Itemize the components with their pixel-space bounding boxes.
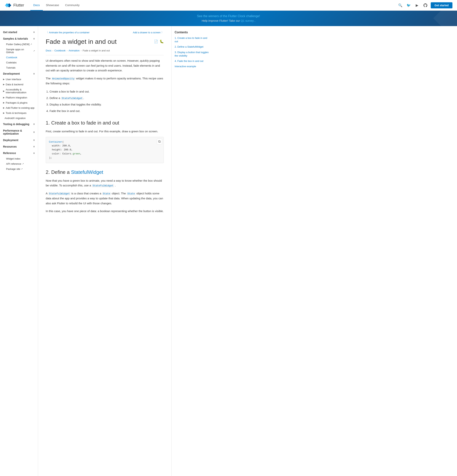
sidebar-testing-header[interactable]: Testing & debugging ∨	[0, 121, 38, 127]
sidebar-item-add-flutter[interactable]: ▶ Add Flutter to existing app	[0, 105, 38, 110]
get-started-button[interactable]: Get started	[431, 2, 452, 8]
header-nav: Docs Showcase Community	[30, 0, 397, 11]
sidebar-item-tutorials[interactable]: Tutorials	[0, 65, 38, 70]
chevron-down-icon: ∧	[33, 152, 35, 154]
arrow-right-icon: ▶	[3, 78, 5, 81]
sidebar-section-samples: Samples & tutorials ∧ Flutter Gallery [N…	[0, 36, 38, 70]
arrow-right-icon: ▶	[3, 112, 5, 114]
animated-opacity-note: The AnimatedOpacity widget makes it easy…	[46, 76, 164, 86]
youtube-icon[interactable]: ▶	[414, 2, 420, 8]
sidebar-item-user-interface[interactable]: ▶ User interface	[0, 77, 38, 82]
breadcrumb-current: Fade a widget in and out	[83, 49, 110, 52]
section-1-intro: First, create something to fade in and o…	[46, 129, 164, 134]
chevron-down-icon: ∨	[33, 123, 35, 126]
announcement-banner: See the winners of the Flutter Clock cha…	[0, 11, 457, 26]
github-icon[interactable]	[422, 2, 428, 8]
sidebar-section-reference: Reference ∧ Widget index API reference ↗…	[0, 150, 38, 171]
chevron-down-icon: ∨	[33, 139, 35, 142]
sidebar-deployment-header[interactable]: Deployment ∨	[0, 137, 38, 143]
step-3: Display a button that toggles the visibi…	[50, 102, 164, 107]
breadcrumb-docs[interactable]: Docs	[46, 49, 51, 52]
sidebar-item-sample-apps[interactable]: Sample apps on GitHub ↗	[0, 47, 38, 55]
state-link-2[interactable]: State	[127, 192, 135, 195]
stateful-widget-link-2[interactable]: StatefulWidget	[48, 192, 70, 195]
page-navigation: 〈 Animate the properties of a container …	[46, 31, 164, 34]
sidebar-development-header[interactable]: Development ∧	[0, 71, 38, 77]
sidebar-item-packages[interactable]: ▶ Packages & plugins	[0, 100, 38, 105]
sidebar-item-package-site[interactable]: Package site ↗	[0, 166, 38, 171]
section-2-widget[interactable]: StatefulWidget	[71, 169, 103, 175]
nav-showcase[interactable]: Showcase	[43, 0, 62, 11]
breadcrumb-sep-1: ›	[52, 49, 53, 52]
sidebar-item-widget-index[interactable]: Widget index	[0, 156, 38, 161]
prev-page-link[interactable]: 〈 Animate the properties of a container	[46, 31, 90, 34]
animated-opacity-code[interactable]: AnimatedOpacity	[51, 77, 75, 80]
note-prefix: The	[46, 77, 51, 80]
section-2-para2: A StatefulWidget is a class that creates…	[46, 191, 164, 206]
next-page-link[interactable]: Add a drawer to a screen 〉	[133, 31, 164, 34]
bug-icon[interactable]: 🐛	[160, 39, 164, 44]
sidebar-item-codelabs[interactable]: Codelabs	[0, 60, 38, 65]
edit-icon[interactable]: 📄	[154, 39, 158, 44]
toc-item-2[interactable]: 2. Define a StatefulWidget	[175, 45, 210, 49]
breadcrumb-animation[interactable]: Animation	[68, 49, 80, 52]
section-2-heading: 2. Define a StatefulWidget	[46, 169, 164, 175]
sidebar-item-data-backend[interactable]: ▶ Data & backend	[0, 82, 38, 87]
main-content: 〈 Animate the properties of a container …	[38, 26, 171, 476]
sidebar-item-cookbook[interactable]: Cookbook	[0, 55, 38, 60]
sidebar-resources-header[interactable]: Resources ∨	[0, 144, 38, 150]
chevron-down-icon: ∧	[33, 37, 35, 40]
sidebar-section-development: Development ∧ ▶ User interface ▶ Data & …	[0, 71, 38, 121]
toc-item-1[interactable]: 1. Create a box to fade in and out	[175, 36, 210, 43]
arrow-right-icon: ▶	[3, 83, 5, 86]
section-2-prefix: 2. Define a	[46, 169, 71, 175]
breadcrumb-cookbook[interactable]: Cookbook	[54, 49, 66, 52]
header-actions: 🔍 🐦 ▶ Get started	[397, 2, 452, 8]
stateful-widget-link-1[interactable]: StatefulWidget	[92, 184, 114, 187]
page-title-container: Fade a widget in and out 📄 🐛	[46, 38, 164, 45]
section-2-para3: In this case, you have one piece of data…	[46, 209, 164, 214]
logo[interactable]: Flutter	[5, 2, 24, 9]
search-button[interactable]: 🔍	[397, 2, 403, 8]
sidebar-reference-header[interactable]: Reference ∧	[0, 150, 38, 156]
chevron-down-icon: ∨	[33, 31, 35, 34]
banner-suffix: .	[254, 19, 255, 22]
chevron-right-icon: 〉	[161, 31, 164, 34]
twitter-icon[interactable]: 🐦	[406, 2, 412, 8]
sidebar-performance-header[interactable]: Performance & optimization ∨	[0, 128, 38, 137]
sidebar-item-api-reference[interactable]: API reference ↗	[0, 161, 38, 166]
toc-item-interactive[interactable]: Interactive example	[175, 65, 210, 68]
breadcrumb: Docs › Cookbook › Animation › Fade a wid…	[46, 49, 164, 52]
sidebar-get-started-header[interactable]: Get started ∨	[0, 29, 38, 35]
code-green-value: green	[73, 152, 80, 155]
banner-line1[interactable]: See the winners of the Flutter Clock cha…	[4, 15, 453, 18]
external-link-icon: ↗	[22, 163, 24, 165]
chevron-down-icon: ∨	[33, 145, 35, 148]
sidebar-section-performance: Performance & optimization ∨	[0, 128, 38, 137]
sidebar-section-resources: Resources ∨	[0, 144, 38, 150]
section-2-para1: Now that you have a green box to animate…	[46, 178, 164, 188]
nav-community[interactable]: Community	[62, 0, 83, 11]
step-2: Define a StatefulWidget.	[50, 95, 164, 101]
arrow-right-icon: ▶	[3, 107, 5, 109]
arrow-right-icon: ▶	[3, 102, 5, 104]
sidebar-item-platform-integration[interactable]: ▶ Platform integration	[0, 95, 38, 100]
sidebar-item-flutter-gallery[interactable]: Flutter Gallery [NEW] ↗	[0, 42, 38, 47]
banner-survey-link[interactable]: Q1 survey	[241, 19, 254, 22]
sidebar-item-androidx[interactable]: AndroidX migration	[0, 116, 38, 121]
toc-item-3[interactable]: 3. Display a button that toggles the vis…	[175, 51, 210, 58]
sidebar-item-tools[interactable]: ▶ Tools & techniques	[0, 110, 38, 116]
step-2-code[interactable]: StatefulWidget	[61, 97, 83, 100]
copy-button-1[interactable]: ⧉	[157, 139, 162, 144]
chevron-left-icon: 〈	[46, 31, 48, 34]
sidebar-samples-header[interactable]: Samples & tutorials ∧	[0, 36, 38, 42]
sidebar-item-accessibility[interactable]: ▶ Accessibility & internationalization	[0, 87, 38, 95]
state-link-1[interactable]: State	[102, 192, 111, 195]
page-title-icons: 📄 🐛	[154, 39, 164, 44]
page-title: Fade a widget in and out	[46, 38, 117, 45]
toc-item-4[interactable]: 4. Fade the box in and out	[175, 60, 210, 63]
nav-docs[interactable]: Docs	[30, 0, 43, 11]
toc-title: Contents	[175, 31, 210, 34]
chevron-down-icon: ∧	[33, 72, 35, 75]
logo-text: Flutter	[13, 3, 24, 8]
